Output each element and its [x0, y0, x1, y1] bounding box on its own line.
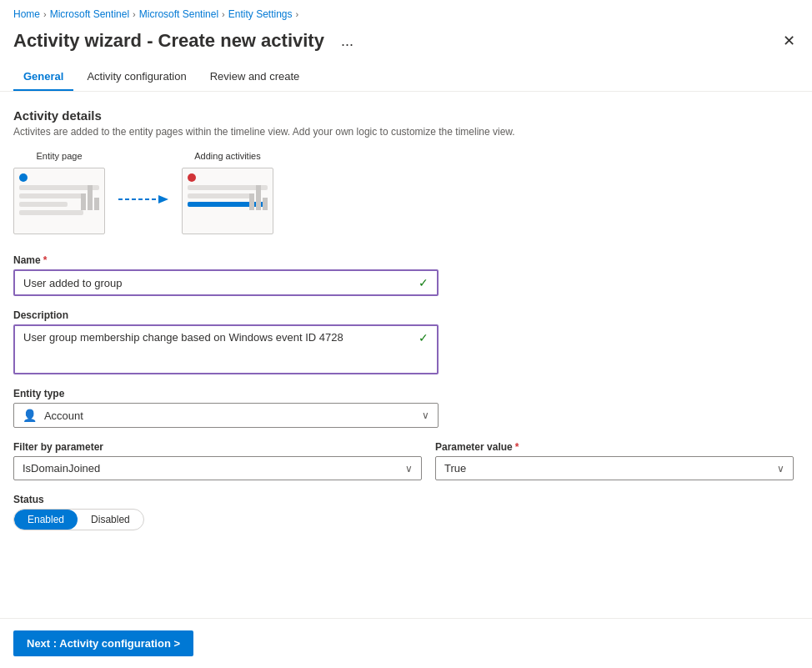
filter-label: Filter by parameter: [13, 441, 422, 453]
next-button[interactable]: Next : Activity configuration >: [13, 630, 193, 656]
bottom-bar: Next : Activity configuration >: [0, 618, 812, 668]
ellipsis-button[interactable]: ...: [334, 29, 360, 53]
name-value: User added to group: [23, 277, 123, 289]
status-enabled-button[interactable]: Enabled: [14, 510, 78, 530]
status-label: Status: [13, 494, 799, 505]
entity-type-field-group: Entity type 👤 Account ∨: [13, 388, 799, 428]
activity-icon: [188, 173, 196, 182]
tab-review-create[interactable]: Review and create: [200, 63, 310, 91]
status-disabled-button[interactable]: Disabled: [78, 510, 143, 530]
param-value-value: True: [444, 462, 466, 475]
entity-type-value: Account: [44, 409, 83, 422]
filter-field-group: Filter by parameter IsDomainJoined ∨: [13, 441, 422, 480]
description-value: User group membership change based on Wi…: [23, 331, 343, 344]
activity-diagram: Entity page Adding activities: [13, 151, 799, 234]
param-value-label: Parameter value*: [435, 441, 794, 453]
page-title: Activity wizard - Create new activity: [13, 30, 324, 52]
filter-value: IsDomainJoined: [23, 462, 100, 475]
param-value-select[interactable]: True ∨: [435, 456, 794, 480]
adding-activities-label: Adding activities: [194, 151, 261, 161]
entity-type-label: Entity type: [13, 388, 799, 399]
tabs-bar: General Activity configuration Review an…: [0, 63, 812, 92]
name-label: Name*: [13, 254, 799, 266]
filter-chevron-icon: ∨: [405, 463, 413, 475]
description-field-group: Description User group membership change…: [13, 309, 799, 374]
entity-type-chevron-icon: ∨: [422, 409, 429, 421]
tab-general[interactable]: General: [13, 63, 73, 91]
tab-activity-configuration[interactable]: Activity configuration: [77, 63, 196, 91]
status-section: Status Enabled Disabled: [13, 494, 799, 530]
diagram-arrow: [118, 191, 168, 208]
status-toggle: Enabled Disabled: [13, 509, 144, 530]
close-button[interactable]: ✕: [779, 28, 799, 53]
account-icon: 👤: [23, 409, 37, 422]
svg-marker-1: [158, 195, 168, 203]
filter-select[interactable]: IsDomainJoined ∨: [13, 456, 422, 480]
param-value-field-group: Parameter value* True ∨: [435, 441, 794, 480]
breadcrumb-home[interactable]: Home: [13, 8, 40, 20]
entity-type-select[interactable]: 👤 Account ∨: [13, 403, 439, 428]
activity-details-desc: Activites are added to the entity pages …: [13, 126, 799, 138]
breadcrumb: Home › Microsoft Sentinel › Microsoft Se…: [0, 0, 812, 25]
breadcrumb-sentinel-2[interactable]: Microsoft Sentinel: [139, 8, 218, 20]
description-check-icon: ✓: [419, 331, 429, 344]
entity-icon: [19, 173, 28, 182]
name-input[interactable]: User added to group ✓: [13, 269, 439, 296]
entity-page-label: Entity page: [36, 151, 82, 161]
activity-details-title: Activity details: [13, 108, 799, 123]
filter-param-row: Filter by parameter IsDomainJoined ∨ Par…: [13, 441, 799, 494]
name-field-group: Name* User added to group ✓: [13, 254, 799, 296]
breadcrumb-sentinel-1[interactable]: Microsoft Sentinel: [50, 8, 129, 20]
content-area: Activity details Activites are added to …: [0, 108, 812, 643]
adding-activities-card: [182, 168, 273, 234]
entity-page-card: [13, 168, 105, 234]
breadcrumb-entity-settings[interactable]: Entity Settings: [228, 8, 293, 20]
title-bar: Activity wizard - Create new activity ..…: [0, 25, 812, 63]
name-check-icon: ✓: [419, 276, 429, 289]
description-input[interactable]: User group membership change based on Wi…: [13, 324, 439, 374]
param-value-chevron-icon: ∨: [777, 463, 784, 475]
description-label: Description: [13, 309, 799, 321]
